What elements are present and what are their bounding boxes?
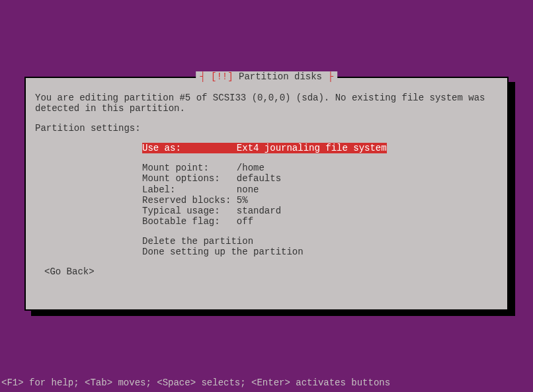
title-warn: [!!] [211, 71, 233, 82]
go-back-button[interactable]: <Go Back> [44, 266, 498, 277]
setting-typical-usage[interactable]: Typical usage: standard [142, 206, 498, 216]
title-suffix: ├ [327, 71, 333, 82]
setting-use-as[interactable]: Use as: Ext4 journaling file system [142, 143, 387, 153]
footer-help-text: <F1> for help; <Tab> moves; <Space> sele… [1, 377, 390, 388]
settings-block: Use as: Ext4 journaling file system Moun… [142, 143, 498, 257]
setting-mount-options[interactable]: Mount options: defaults [142, 173, 498, 184]
action-done-setting-up[interactable]: Done setting up the partition [142, 247, 498, 257]
dialog-title: ┤ [!!] Partition disks ├ [196, 71, 337, 82]
partition-description: You are editing partition #5 of SCSI33 (… [35, 93, 498, 114]
title-text: Partition disks [233, 71, 328, 82]
setting-label[interactable]: Label: none [142, 184, 498, 195]
settings-group: Mount point: /home Mount options: defaul… [142, 163, 498, 227]
title-prefix: ┤ [200, 71, 211, 82]
settings-label: Partition settings: [35, 123, 498, 134]
partition-dialog: ┤ [!!] Partition disks ├ You are editing… [24, 77, 509, 311]
setting-reserved-blocks[interactable]: Reserved blocks: 5% [142, 195, 498, 206]
setting-mount-point[interactable]: Mount point: /home [142, 163, 498, 173]
action-group: Delete the partition Done setting up the… [142, 236, 498, 257]
setting-bootable-flag[interactable]: Bootable flag: off [142, 216, 498, 227]
dialog-content: You are editing partition #5 of SCSI33 (… [26, 78, 507, 286]
action-delete-partition[interactable]: Delete the partition [142, 236, 498, 247]
